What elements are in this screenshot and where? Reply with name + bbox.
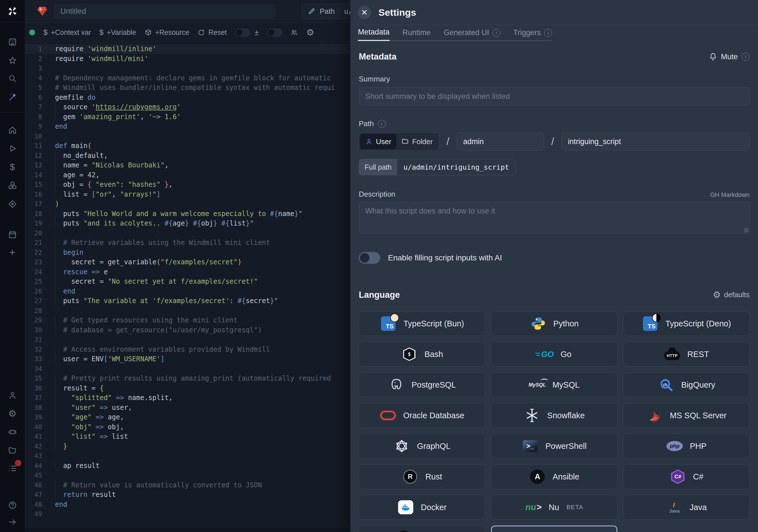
folders-icon[interactable] (7, 444, 18, 456)
line-number: 30 (25, 326, 42, 334)
line-number: 36 (25, 384, 42, 392)
path-owner-input[interactable]: admin (457, 132, 544, 151)
language-card-mysql[interactable]: MySQLMySQL (491, 372, 617, 397)
sidebar-divider (0, 22, 25, 22)
windmill-logo-icon[interactable] (7, 6, 18, 17)
resize-grip-icon[interactable] (744, 228, 748, 232)
language-card-python[interactable]: Python (491, 311, 617, 336)
variables-icon[interactable]: $ (7, 161, 18, 172)
description-placeholder: What this script does and how to use it (365, 207, 495, 215)
line-number: 27 (25, 297, 42, 304)
indent-guide (55, 383, 55, 393)
language-card-snowflake[interactable]: Snowflake (491, 403, 617, 428)
language-card-graphql[interactable]: GraphQL (359, 434, 485, 458)
reset-button[interactable]: Reset (198, 28, 226, 37)
tab-generated-ui[interactable]: Generated UIi (444, 25, 500, 41)
language-card-rust[interactable]: RRust (359, 464, 485, 489)
language-card-c[interactable]: C#C# (623, 464, 749, 489)
summary-placeholder: Short summary to be displayed when liste… (365, 92, 510, 101)
ai-fill-toggle[interactable] (359, 252, 380, 264)
info-icon[interactable]: i (742, 53, 749, 61)
line-number: 3 (25, 65, 42, 72)
language-card-powershell[interactable]: >_PowerShell (491, 434, 617, 458)
add-resource-label: +Resource (155, 28, 190, 37)
search-icon[interactable] (7, 73, 18, 84)
collapse-icon[interactable] (7, 516, 18, 527)
tab-metadata[interactable]: Metadata (358, 25, 390, 41)
add-resource-button[interactable]: +Resource (145, 28, 190, 37)
indent-guide (55, 296, 55, 306)
workers-icon[interactable] (7, 426, 18, 437)
language-label: Docker (421, 503, 447, 512)
language-card-go[interactable]: GOGo (491, 342, 617, 367)
indent-guide (55, 112, 55, 122)
tab-triggers[interactable]: Triggersi (513, 25, 552, 41)
language-defaults-button[interactable]: ⚙ defaults (713, 290, 749, 300)
indent-guide (55, 248, 55, 258)
summary-input[interactable]: Short summary to be displayed when liste… (359, 88, 749, 105)
indent-guide (55, 209, 55, 219)
language-label: GraphQL (417, 442, 450, 451)
line-number: 42 (25, 443, 42, 450)
language-card-ms-sql-server[interactable]: MS SQL Server (623, 403, 749, 428)
gh-markdown-hint: GH Markdown (710, 191, 749, 198)
language-card-docker[interactable]: Docker (359, 495, 485, 520)
language-label: Nu (549, 503, 559, 512)
line-number: 41 (25, 433, 42, 440)
mute-button[interactable]: Mute i (709, 53, 749, 61)
help-icon[interactable] (7, 499, 18, 511)
home-icon[interactable] (7, 124, 18, 136)
add-icon[interactable]: + (7, 247, 18, 258)
script-title-input[interactable]: Untitled (54, 4, 275, 18)
user-icon[interactable] (7, 390, 18, 401)
language-card-typescript-deno[interactable]: TSTypeScript (Deno) (623, 311, 749, 336)
language-card-oracle-database[interactable]: Oracle Database (359, 403, 485, 428)
language-label: C# (693, 472, 703, 481)
bash-icon: $ (401, 347, 418, 361)
indent-guide (55, 180, 55, 190)
line-number: 13 (25, 161, 42, 169)
favorites-icon[interactable] (7, 55, 18, 66)
settings-icon[interactable]: ⚙ (7, 408, 18, 419)
editor-settings-gear-icon[interactable]: ⚙ (306, 27, 314, 38)
schedules-icon[interactable] (7, 198, 18, 210)
diff-mode-toggle[interactable] (235, 28, 250, 37)
language-card-nu[interactable]: nu>NuBETA (491, 495, 617, 520)
logs-icon[interactable] (7, 463, 18, 474)
path-name-input[interactable]: intriguing_script (562, 132, 749, 151)
calendar-icon[interactable] (7, 229, 18, 240)
multiplayer-users-icon (291, 29, 298, 36)
workspace-icon[interactable] (7, 36, 18, 48)
close-icon[interactable]: ✕ (358, 6, 371, 19)
info-icon[interactable]: i (378, 120, 386, 128)
multiplayer-toggle[interactable] (267, 28, 282, 37)
language-card-typescript-bun[interactable]: TSTypeScript (Bun) (359, 311, 485, 336)
language-card-ruby[interactable]: RubyBETA (491, 525, 617, 532)
ts-deno-icon: TS (642, 316, 659, 331)
add-variable-button[interactable]: $ +Variable (99, 28, 136, 37)
language-card-ansible[interactable]: AAnsible (491, 464, 617, 489)
settings-header: ✕ Settings (350, 0, 758, 25)
add-variable-label: +Variable (107, 28, 136, 37)
language-card-php[interactable]: phpPHP (623, 434, 749, 458)
language-card-java[interactable]: ~JavaJava (623, 495, 749, 520)
line-number: 24 (25, 268, 42, 275)
info-icon[interactable]: i (493, 29, 500, 37)
language-card-duckdb[interactable]: DuckDB (359, 525, 485, 532)
go-icon: GO (537, 349, 554, 359)
owner-kind-user[interactable]: User (360, 134, 396, 149)
description-textarea[interactable]: What this script does and how to use it (359, 202, 749, 233)
line-number: 25 (25, 278, 42, 285)
language-card-rest[interactable]: HTTPREST (623, 342, 749, 367)
owner-kind-folder[interactable]: Folder (396, 134, 438, 149)
tab-runtime[interactable]: Runtime (402, 25, 431, 41)
language-card-bash[interactable]: $Bash (359, 342, 485, 367)
resources-icon[interactable] (7, 180, 18, 191)
tab-label: Generated UI (444, 28, 489, 37)
language-card-postgresql[interactable]: PostgreSQL (359, 372, 485, 397)
language-card-bigquery[interactable]: BigQuery (623, 372, 749, 397)
ai-wand-icon[interactable] (7, 91, 18, 103)
info-icon[interactable]: i (544, 29, 552, 37)
add-context-var-button[interactable]: $ +Context var (44, 28, 91, 37)
runs-icon[interactable] (7, 143, 18, 154)
